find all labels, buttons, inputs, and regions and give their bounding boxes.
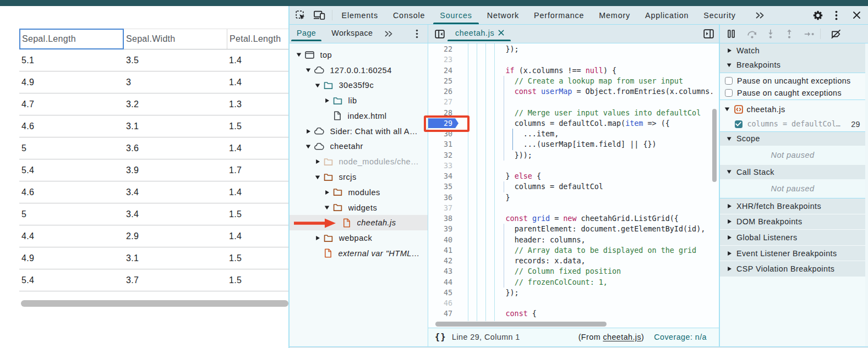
- pause-icon[interactable]: [727, 30, 735, 38]
- tree-item-external-var-html-[interactable]: external var "HTML…: [290, 246, 428, 261]
- navigator-kebab-menu-icon[interactable]: [413, 29, 421, 38]
- code-line-36[interactable]: 36 }: [428, 192, 712, 203]
- grid-cell[interactable]: 3.4: [124, 203, 227, 225]
- grid-row[interactable]: 53.41.5: [19, 203, 288, 225]
- section-event-listener-breakpoints[interactable]: Event Listener Breakpoints: [720, 246, 865, 261]
- code-line-35[interactable]: 35 columns = defaultCol: [428, 181, 712, 192]
- editor-vertical-scrollbar-thumb[interactable]: [712, 109, 717, 182]
- grid-cell[interactable]: 4.4: [19, 225, 124, 247]
- navigator-tab-page[interactable]: Page: [291, 25, 321, 41]
- checkbox-checked[interactable]: [735, 120, 743, 128]
- grid-row[interactable]: 4.63.41.4: [19, 181, 288, 203]
- code-line-37[interactable]: 37: [428, 203, 712, 213]
- grid-cell[interactable]: 3.5: [124, 49, 227, 71]
- step-icon[interactable]: [804, 31, 815, 37]
- tree-item-widgets[interactable]: widgets: [290, 200, 428, 216]
- grid-cell[interactable]: 1.5: [227, 247, 288, 269]
- grid-row[interactable]: 4.73.21.3: [19, 93, 288, 115]
- triangle-collapsed-icon[interactable]: [315, 159, 320, 164]
- line-number[interactable]: 39: [428, 225, 465, 233]
- code-line-30[interactable]: 30 ...item,: [428, 129, 712, 139]
- grid-cell[interactable]: 1.4: [227, 181, 288, 203]
- grid-cell[interactable]: 4.9: [19, 71, 124, 93]
- main-tab-sources[interactable]: Sources: [433, 6, 479, 24]
- section-csp-violation-breakpoints[interactable]: CSP Violation Breakpoints: [720, 261, 865, 277]
- main-tab-memory[interactable]: Memory: [592, 6, 638, 24]
- grid-column-header[interactable]: Sepal.Length: [19, 29, 124, 49]
- grid-cell[interactable]: 3.1: [124, 115, 227, 137]
- line-number[interactable]: 26: [428, 87, 465, 96]
- section-global-listeners[interactable]: Global Listeners: [720, 230, 865, 245]
- grid-cell[interactable]: 5.4: [19, 159, 124, 181]
- main-tab-console[interactable]: Console: [385, 6, 432, 24]
- line-number[interactable]: 45: [428, 289, 465, 297]
- tree-item-index.html[interactable]: index.html: [290, 108, 428, 124]
- grid-horizontal-scrollbar[interactable]: [19, 298, 288, 308]
- line-number[interactable]: 38: [428, 214, 465, 223]
- code-line-40[interactable]: 40 header: columns,: [428, 235, 712, 245]
- grid-cell[interactable]: 3.7: [124, 269, 227, 291]
- grid-cell[interactable]: 4.7: [19, 93, 124, 115]
- coverage-label[interactable]: Coverage: n/a: [654, 333, 707, 341]
- source-origin-link[interactable]: cheetah.js: [603, 333, 641, 341]
- code-line-33[interactable]: 33: [428, 161, 712, 171]
- tree-item-sider-chat-with-all-a-[interactable]: Sider: Chat with all A…: [290, 124, 428, 139]
- grid-cell[interactable]: 5.1: [19, 49, 124, 71]
- section-dom-breakpoints[interactable]: DOM Breakpoints: [720, 214, 865, 230]
- grid-cell[interactable]: 3.9: [124, 159, 227, 181]
- code-line-27[interactable]: 27: [428, 97, 712, 107]
- grid-horizontal-scrollbar-thumb[interactable]: [21, 300, 288, 307]
- code-line-28[interactable]: 28 // Merge user input values into defau…: [428, 108, 712, 118]
- line-number[interactable]: 25: [428, 77, 465, 85]
- navigator-more-tabs-chevrons-icon[interactable]: [384, 30, 395, 37]
- code-line-39[interactable]: 39 parentElement: document.getElementByI…: [428, 224, 712, 234]
- code-line-25[interactable]: 25 // Create a lookup map from user inpu…: [428, 76, 712, 86]
- checkbox-unchecked[interactable]: [725, 89, 733, 97]
- line-number[interactable]: 41: [428, 246, 465, 255]
- hide-navigator-icon[interactable]: [435, 30, 445, 38]
- grid-row[interactable]: 4.42.91.4: [19, 225, 288, 247]
- grid-cell[interactable]: 4.6: [19, 181, 124, 203]
- tree-item-webpack[interactable]: webpack: [290, 230, 428, 246]
- triangle-expanded-icon[interactable]: [305, 144, 311, 149]
- main-tab-application[interactable]: Application: [638, 6, 696, 24]
- grid-cell[interactable]: 1.3: [227, 93, 288, 115]
- code-line-29[interactable]: 29 columns = defaultCol.map(item => ({: [428, 118, 712, 129]
- tree-item-30e35f9c[interactable]: 30e35f9c: [290, 78, 428, 93]
- grid-cell[interactable]: 1.4: [227, 137, 288, 159]
- show-right-sidebar-icon[interactable]: [703, 29, 714, 38]
- section-xhr-fetch-breakpoints[interactable]: XHR/fetch Breakpoints: [720, 198, 865, 214]
- main-tab-network[interactable]: Network: [479, 6, 526, 24]
- triangle-expanded-icon[interactable]: [305, 68, 311, 73]
- line-number[interactable]: 44: [428, 278, 465, 286]
- main-tab-security[interactable]: Security: [696, 6, 743, 24]
- triangle-expanded-icon[interactable]: [296, 52, 302, 57]
- line-number[interactable]: 27: [428, 98, 465, 106]
- checkbox-row-pause-caught-label[interactable]: Pause on caught exceptions: [720, 87, 865, 100]
- line-number[interactable]: 33: [428, 162, 465, 170]
- code-viewport[interactable]: 22 });2324 if (x.columns !== null) {25 /…: [428, 43, 719, 321]
- editor-horizontal-scrollbar-thumb[interactable]: [435, 322, 607, 327]
- grid-cell[interactable]: 1.5: [227, 203, 288, 225]
- section-scope[interactable]: Scope: [720, 131, 865, 146]
- tree-item-modules[interactable]: modules: [290, 185, 428, 200]
- inspect-icon[interactable]: [295, 10, 306, 21]
- code-line-43[interactable]: 43 // Column fixed position: [428, 266, 712, 277]
- main-tab-elements[interactable]: Elements: [334, 6, 385, 24]
- step-out-icon[interactable]: [785, 29, 793, 38]
- grid-cell[interactable]: 1.5: [227, 269, 288, 291]
- grid-cell[interactable]: 3.2: [124, 93, 227, 115]
- code-line-45[interactable]: 45 });: [428, 288, 712, 298]
- tree-item-127.0.0.1-60254[interactable]: 127.0.0.1:60254: [290, 63, 428, 78]
- grid-row[interactable]: 5.43.91.7: [19, 159, 288, 181]
- grid-cell[interactable]: 3: [124, 71, 227, 93]
- code-line-31[interactable]: 31 ...(userMap[item.field] || {}): [428, 139, 712, 150]
- code-line-41[interactable]: 41 // Array data to be displayed on the …: [428, 245, 712, 256]
- code-line-22[interactable]: 22 });: [428, 44, 712, 54]
- grid-row[interactable]: 4.93.11.5: [19, 247, 288, 269]
- tree-item-srcjs[interactable]: srcjs: [290, 169, 428, 185]
- grid-cell[interactable]: 1.4: [227, 49, 288, 71]
- code-line-24[interactable]: 24 if (x.columns !== null) {: [428, 65, 712, 76]
- tree-item-cheetahr[interactable]: cheetahr: [290, 139, 428, 154]
- grid-cell[interactable]: 5: [19, 137, 124, 159]
